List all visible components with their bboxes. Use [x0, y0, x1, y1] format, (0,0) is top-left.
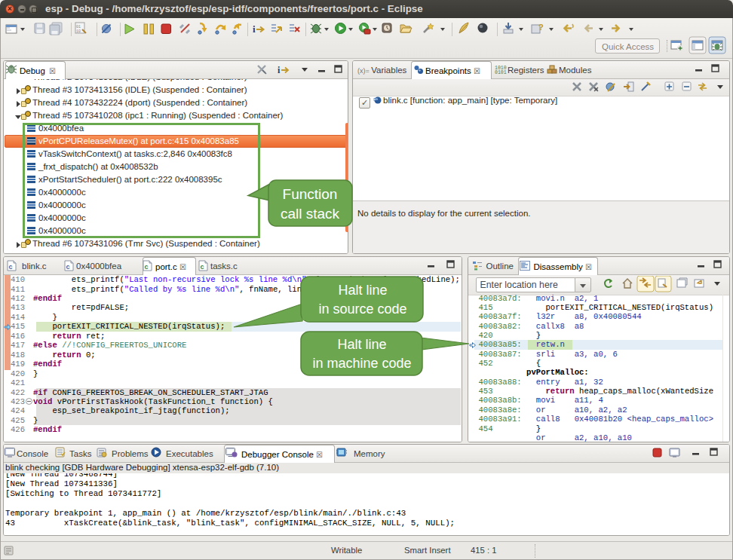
svg-text:Function: Function — [283, 186, 338, 202]
svg-text:0101: 0101 — [495, 70, 507, 75]
svg-text:in machine code: in machine code — [312, 356, 411, 371]
svg-text:Halt line: Halt line — [338, 283, 387, 298]
svg-text:in source code: in source code — [318, 301, 406, 317]
svg-text:i: i — [278, 65, 281, 75]
svg-text:?: ? — [538, 23, 544, 32]
svg-text:call stack: call stack — [281, 206, 340, 222]
svg-text:c: c — [66, 263, 70, 271]
svg-text:10: 10 — [76, 29, 81, 34]
svg-text:i: i — [253, 23, 256, 35]
svg-text:c: c — [201, 263, 204, 271]
svg-text:Halt line: Halt line — [337, 337, 386, 352]
svg-text:c: c — [145, 263, 149, 271]
svg-text:c: c — [9, 263, 13, 271]
